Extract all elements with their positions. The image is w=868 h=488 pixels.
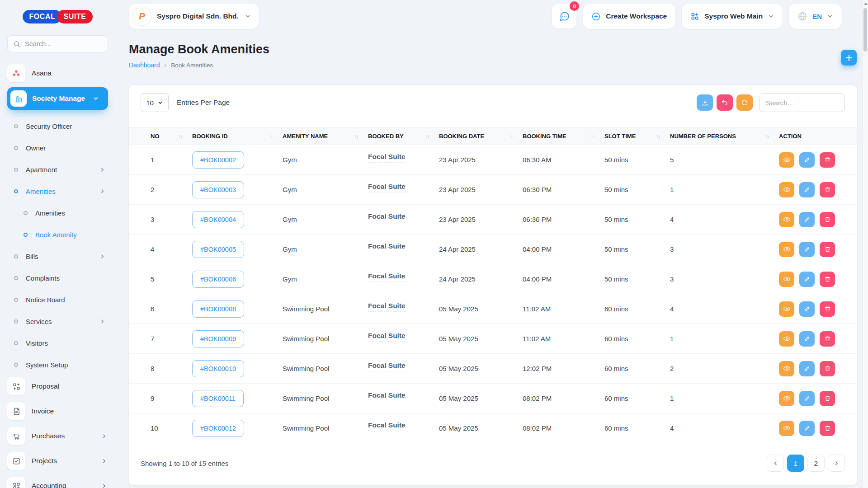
- chevron-right-icon: [99, 167, 105, 173]
- column-header-action: ACTION: [779, 128, 857, 145]
- column-header-booking-time[interactable]: BOOKING TIME↑↓: [523, 128, 604, 145]
- bullet-icon: [14, 298, 18, 302]
- scrollbar-thumb[interactable]: [863, 8, 867, 52]
- sidebar-item-bills[interactable]: Bills: [7, 245, 108, 267]
- table-search-input[interactable]: [759, 93, 845, 112]
- sidebar-item-amenities-sub[interactable]: Amenities: [7, 202, 108, 224]
- delete-button[interactable]: [820, 391, 835, 406]
- edit-button[interactable]: [799, 391, 815, 406]
- sidebar-search-input[interactable]: [25, 40, 102, 47]
- edit-button[interactable]: [799, 361, 815, 376]
- view-button[interactable]: [779, 361, 794, 376]
- undo-button[interactable]: [717, 94, 733, 111]
- column-header-booked-by[interactable]: BOOKED BY↑↓: [368, 128, 439, 145]
- column-header-booking-date[interactable]: BOOKING DATE↑↓: [439, 128, 523, 145]
- chevron-right-icon: [101, 483, 107, 488]
- edit-button[interactable]: [799, 212, 815, 227]
- app-selector[interactable]: Syspro Web Main: [682, 4, 783, 29]
- delete-button[interactable]: [820, 301, 835, 317]
- add-booking-button[interactable]: [841, 50, 857, 66]
- view-button[interactable]: [779, 301, 794, 317]
- view-button[interactable]: [779, 272, 794, 287]
- sidebar-item-society-manage[interactable]: Society Manage: [7, 87, 108, 110]
- delete-button[interactable]: [820, 331, 835, 347]
- export-button[interactable]: [697, 94, 713, 111]
- sidebar-item-system-setup[interactable]: System Setup: [7, 354, 108, 375]
- entries-per-page-select[interactable]: 10: [141, 93, 169, 112]
- sidebar-item-accounting[interactable]: Accounting: [7, 475, 108, 488]
- delete-button[interactable]: [820, 212, 835, 227]
- edit-button[interactable]: [799, 242, 815, 257]
- delete-button[interactable]: [820, 152, 835, 168]
- sidebar-item-label: Complaints: [26, 274, 60, 282]
- view-button[interactable]: [779, 182, 794, 197]
- column-header-amenity-name[interactable]: AMENITY NAME↑↓: [283, 128, 368, 145]
- sidebar-item-proposal[interactable]: Proposal: [7, 375, 108, 397]
- pagination-page-1[interactable]: 1: [787, 455, 804, 472]
- sidebar-item-label: Society Manage: [32, 94, 87, 103]
- sidebar-item-complaints[interactable]: Complaints: [7, 267, 108, 289]
- delete-button[interactable]: [820, 182, 835, 197]
- column-header-number-of-persons[interactable]: NUMBER OF PERSONS↑↓: [670, 128, 779, 145]
- breadcrumb-dashboard-link[interactable]: Dashboard: [129, 61, 160, 69]
- sidebar-item-purchases[interactable]: Purchases: [7, 425, 108, 447]
- bookings-table: NO↑↓ BOOKING ID↑↓ AMENITY NAME↑↓ BOOKED …: [129, 127, 857, 443]
- view-button[interactable]: [779, 152, 794, 168]
- bullet-icon: [14, 276, 18, 280]
- scrollbar-up-arrow[interactable]: [864, 2, 868, 5]
- view-button[interactable]: [779, 421, 794, 436]
- edit-button[interactable]: [799, 182, 815, 197]
- view-button[interactable]: [779, 391, 794, 406]
- pagination-prev-button[interactable]: [767, 455, 784, 472]
- refresh-icon: [741, 99, 748, 106]
- sidebar-search[interactable]: [7, 35, 108, 52]
- pagination-page-2[interactable]: 2: [807, 455, 825, 472]
- refresh-button[interactable]: [736, 94, 753, 111]
- create-workspace-button[interactable]: Create Workspace: [583, 4, 675, 29]
- delete-button[interactable]: [820, 421, 835, 436]
- view-button[interactable]: [779, 242, 794, 257]
- language-selector[interactable]: EN: [789, 4, 842, 29]
- sidebar-item-visitors[interactable]: Visitors: [7, 332, 108, 354]
- column-header-no[interactable]: NO↑↓: [129, 128, 192, 145]
- workspace-selector[interactable]: P Syspro Digital Sdn. Bhd.: [129, 4, 259, 29]
- sidebar-item-invoice[interactable]: Invoice: [7, 400, 108, 422]
- bullet-icon: [14, 363, 18, 367]
- edit-button[interactable]: [799, 152, 815, 168]
- create-workspace-label: Create Workspace: [606, 12, 667, 20]
- table-row: 9 #BOK00011 Swimming Pool Focal Suite 05…: [129, 384, 857, 413]
- table-header-row: NO↑↓ BOOKING ID↑↓ AMENITY NAME↑↓ BOOKED …: [129, 128, 857, 145]
- sidebar-item-owner[interactable]: Owner: [7, 137, 108, 159]
- chevron-left-icon: [773, 460, 778, 466]
- edit-button[interactable]: [799, 421, 815, 436]
- pagination-next-button[interactable]: [828, 455, 845, 472]
- cell-slot-time: 50 mins: [604, 145, 670, 175]
- delete-button[interactable]: [820, 242, 835, 257]
- sidebar-item-apartment[interactable]: Apartment: [7, 159, 108, 180]
- sidebar-item-book-amenity[interactable]: Book Amenity: [7, 224, 108, 245]
- view-button[interactable]: [779, 212, 794, 227]
- sidebar-item-notice-board[interactable]: Notice Board: [7, 289, 108, 310]
- sort-icon: ↑↓: [509, 134, 513, 139]
- sidebar-item-amenities[interactable]: Amenities: [7, 180, 108, 202]
- sidebar-item-label: Bills: [26, 253, 38, 260]
- trash-icon: [824, 365, 831, 372]
- delete-button[interactable]: [820, 272, 835, 287]
- sort-icon: ↑↓: [591, 134, 594, 139]
- column-header-booking-id[interactable]: BOOKING ID↑↓: [192, 128, 283, 145]
- sidebar-item-services[interactable]: Services: [7, 310, 108, 332]
- delete-button[interactable]: [820, 361, 835, 376]
- sidebar-item-projects[interactable]: Projects: [7, 450, 108, 472]
- chat-button[interactable]: 0: [552, 4, 576, 28]
- workspace-logo-icon: P: [133, 7, 151, 25]
- edit-button[interactable]: [799, 272, 815, 287]
- column-header-slot-time[interactable]: SLOT TIME↑↓: [604, 128, 670, 145]
- cell-amenity: Swimming Pool: [283, 384, 368, 413]
- edit-button[interactable]: [799, 301, 815, 317]
- view-button[interactable]: [779, 331, 794, 347]
- edit-button[interactable]: [799, 331, 815, 347]
- entries-value: 10: [146, 99, 154, 107]
- sidebar-item-asana[interactable]: Asana: [7, 62, 108, 84]
- sidebar-item-security-officer[interactable]: Security Officer: [7, 115, 108, 137]
- page-scrollbar: [862, 0, 868, 488]
